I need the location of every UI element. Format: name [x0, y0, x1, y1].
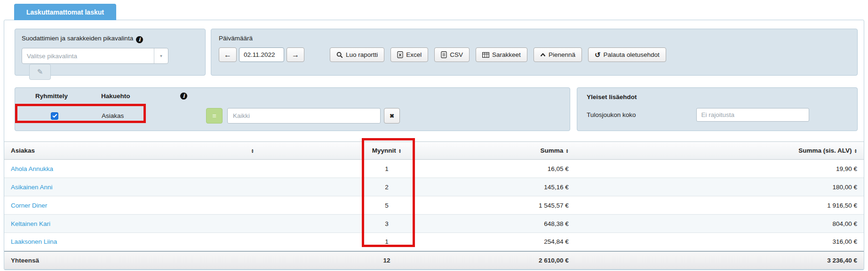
sum-value: 648,38 € — [425, 215, 572, 233]
clear-search-button[interactable]: ✖ — [384, 108, 400, 124]
edit-quick-select-button[interactable]: ✎ — [29, 64, 51, 80]
minimize-label: Pienennä — [549, 51, 575, 58]
search-icon — [336, 52, 343, 58]
quick-select-placeholder: Valitse pikavalinta — [22, 53, 154, 60]
report-container: Suodattimien ja sarakkeiden pikavalintai… — [4, 20, 864, 270]
sum-vat-value: 1 916,50 € — [572, 196, 864, 215]
total-sum: 2 610,00 € — [425, 251, 572, 270]
create-report-label: Luo raportti — [346, 51, 378, 58]
sales-count: 1 — [348, 160, 425, 178]
table-row: Corner Diner 5 1 545,57 € 1 916,50 € — [4, 196, 864, 215]
result-size-input[interactable] — [696, 108, 809, 122]
header-customer[interactable]: Asiakas — [4, 142, 155, 160]
total-sum-vat: 3 236,40 € — [572, 251, 864, 270]
quick-select-panel: Suodattimien ja sarakkeiden pikavalintai… — [15, 29, 206, 76]
check-icon — [52, 114, 57, 118]
grouping-checkbox-checked[interactable] — [51, 112, 58, 120]
table-header-row: Asiakas ▲▼ Myynnit▲▼ Summa▲▼ Summa (sis.… — [4, 142, 864, 160]
arrow-left-icon: ← — [224, 51, 231, 59]
grouping-row-label: Asiakas — [102, 112, 139, 119]
sales-count: 1 — [348, 233, 425, 251]
columns-label: Sarakkeet — [492, 51, 521, 58]
result-size-label: Tulosjoukon koko — [587, 111, 636, 118]
create-report-button[interactable]: Luo raportti — [330, 47, 384, 62]
table-total-row: Yhteensä 12 2 610,00 € 3 236,40 € — [4, 251, 864, 270]
info-icon[interactable]: i — [136, 36, 143, 43]
sales-count: 5 — [348, 196, 425, 215]
chevron-up-icon — [540, 53, 546, 57]
header-sum-vat[interactable]: Summa (sis. ALV)▲▼ — [572, 142, 864, 160]
undo-icon: ↺ — [595, 51, 601, 58]
excel-file-icon — [397, 51, 403, 58]
sales-count: 2 — [348, 178, 425, 196]
equals-icon: = — [212, 112, 216, 120]
extra-conditions-title: Yleiset lisäehdot — [587, 93, 637, 101]
sort-icon[interactable]: ▲▼ — [565, 148, 568, 153]
quick-select-dropdown[interactable]: Valitse pikavalinta ▼ — [22, 48, 168, 64]
date-label: Päivämäärä — [219, 35, 253, 42]
total-sales: 12 — [348, 251, 425, 270]
header-sales[interactable]: Myynnit▲▼ — [348, 142, 425, 160]
excel-label: Excel — [406, 51, 422, 58]
chevron-down-icon[interactable]: ▼ — [154, 48, 168, 63]
next-day-button[interactable]: → — [287, 47, 304, 62]
table-row: Laaksonen Liina 1 254,84 € 316,00 € — [4, 233, 864, 251]
sum-vat-value: 804,00 € — [572, 215, 864, 233]
customer-link[interactable]: Laaksonen Liina — [4, 233, 155, 251]
sort-icon[interactable]: ▲▼ — [251, 148, 254, 153]
customer-link[interactable]: Corner Diner — [4, 196, 155, 215]
date-toolbar-panel: Päivämäärä ← → Luo raportti Excel CSV Sa… — [211, 29, 858, 76]
tab-laskuttamattomat-laskut[interactable]: Laskuttamattomat laskut — [14, 4, 116, 20]
sum-value: 16,05 € — [425, 160, 572, 178]
header-unnamed-sort[interactable]: ▲▼ — [155, 142, 348, 160]
info-icon[interactable]: i — [180, 93, 187, 100]
excel-export-button[interactable]: Excel — [390, 47, 428, 62]
sum-value: 1 545,57 € — [425, 196, 572, 215]
sum-value: 145,16 € — [425, 178, 572, 196]
sort-icon[interactable]: ▲▼ — [854, 148, 857, 153]
pencil-icon: ✎ — [37, 68, 43, 76]
csv-export-button[interactable]: CSV — [434, 47, 470, 62]
columns-button[interactable]: Sarakkeet — [476, 47, 527, 62]
extra-conditions-panel: Yleiset lisäehdot Tulosjoukon koko — [577, 87, 858, 131]
close-icon: ✖ — [390, 113, 394, 119]
table-columns-icon — [482, 52, 489, 58]
sum-vat-value: 180,00 € — [572, 178, 864, 196]
customer-search-input[interactable] — [227, 108, 381, 124]
sum-vat-value: 19,90 € — [572, 160, 864, 178]
sum-vat-value: 316,00 € — [572, 233, 864, 251]
header-sum[interactable]: Summa▲▼ — [425, 142, 572, 160]
equals-operator-button[interactable]: = — [206, 108, 223, 124]
table-row: Asikainen Anni 2 145,16 € 180,00 € — [4, 178, 864, 196]
table-row: Keltainen Kari 3 648,38 € 804,00 € — [4, 215, 864, 233]
total-label: Yhteensä — [4, 251, 155, 270]
date-input[interactable] — [239, 47, 284, 62]
grouping-panel: Ryhmittely Hakuehto i Asiakas = ✖ — [15, 87, 570, 131]
sum-value: 254,84 € — [425, 233, 572, 251]
reset-defaults-button[interactable]: ↺ Palauta oletusehdot — [588, 47, 666, 62]
sales-count: 3 — [348, 215, 425, 233]
reset-defaults-label: Palauta oletusehdot — [604, 51, 660, 58]
previous-day-button[interactable]: ← — [219, 47, 237, 62]
customer-link[interactable]: Ahola Annukka — [4, 160, 155, 178]
customer-link[interactable]: Keltainen Kari — [4, 215, 155, 233]
table-row: Ahola Annukka 1 16,05 € 19,90 € — [4, 160, 864, 178]
condition-label: Hakuehto — [101, 93, 180, 100]
results-table: Asiakas ▲▼ Myynnit▲▼ Summa▲▼ Summa (sis.… — [4, 141, 864, 270]
arrow-right-icon: → — [292, 51, 299, 59]
csv-label: CSV — [450, 51, 463, 58]
minimize-button[interactable]: Pienennä — [534, 47, 582, 62]
sort-icon[interactable]: ▲▼ — [398, 148, 401, 153]
customer-link[interactable]: Asikainen Anni — [4, 178, 155, 196]
quick-select-label: Suodattimien ja sarakkeiden pikavalinta — [22, 35, 133, 42]
grouping-label: Ryhmittely — [35, 93, 101, 100]
csv-file-icon — [441, 51, 447, 58]
